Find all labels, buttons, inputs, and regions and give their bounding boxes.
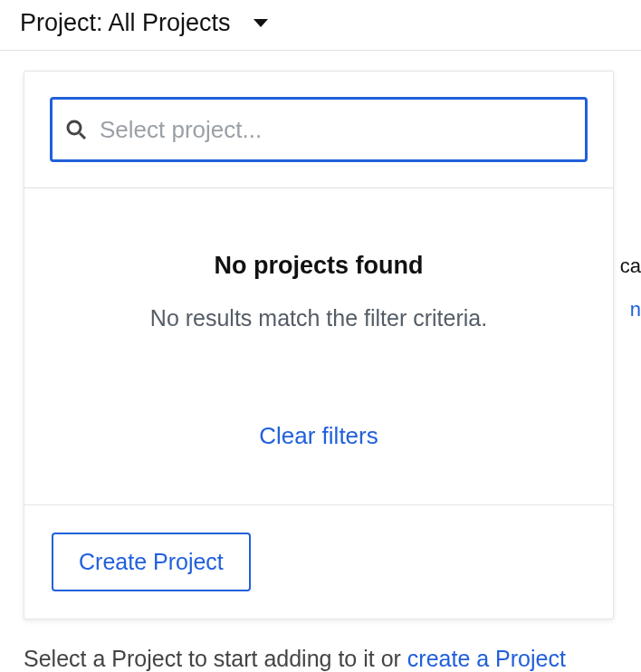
hint-text-before: Select a Project to start adding to it o…	[24, 646, 407, 671]
project-selector-header: Project: All Projects	[0, 0, 641, 51]
project-dropdown-panel: No projects found No results match the f…	[24, 71, 614, 619]
project-dropdown-trigger[interactable]: Project: All Projects	[20, 9, 269, 37]
search-section	[24, 72, 613, 188]
empty-state: No projects found No results match the f…	[24, 188, 613, 505]
background-text-fragment: ca n	[620, 245, 641, 332]
bg-fragment-2: n	[630, 298, 641, 321]
chevron-down-icon	[253, 18, 269, 29]
empty-state-title: No projects found	[52, 252, 586, 280]
bottom-hint-text: Select a Project to start adding to it o…	[24, 646, 566, 672]
clear-filters-button[interactable]: Clear filters	[259, 422, 378, 450]
project-label-value: All Projects	[109, 9, 231, 37]
search-box	[50, 97, 588, 162]
search-icon	[65, 119, 87, 140]
project-label-prefix: Project:	[20, 9, 103, 37]
create-project-link[interactable]: create a Project	[407, 646, 566, 671]
svg-line-1	[80, 133, 85, 139]
svg-point-0	[68, 121, 81, 134]
create-project-button[interactable]: Create Project	[52, 533, 251, 591]
bg-fragment-1: ca	[620, 254, 641, 277]
empty-state-subtitle: No results match the filter criteria.	[52, 305, 586, 331]
dropdown-footer: Create Project	[24, 505, 613, 619]
project-search-input[interactable]	[100, 116, 572, 144]
clear-filters-row: Clear filters	[52, 386, 586, 450]
